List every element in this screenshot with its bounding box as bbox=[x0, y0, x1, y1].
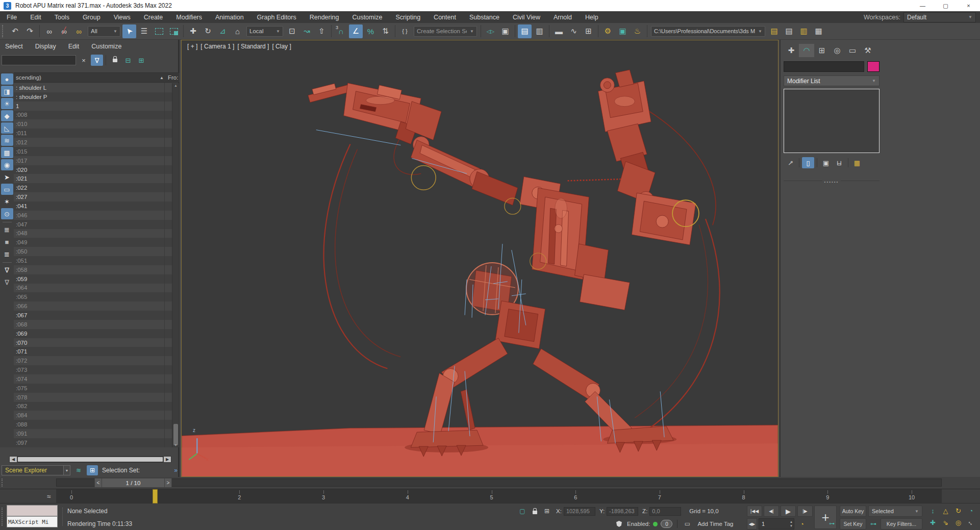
explorer-row[interactable]: : shoulder L bbox=[14, 83, 172, 92]
toggle-scene-explorer-icon[interactable]: ▤ bbox=[518, 24, 532, 38]
view-list-icon[interactable]: ≣ bbox=[1, 224, 13, 235]
explorer-row[interactable]: :097 bbox=[14, 438, 172, 447]
explorer-row[interactable]: :046 bbox=[14, 211, 172, 220]
unlink-selection-icon[interactable]: ∞╱ bbox=[57, 24, 71, 38]
dolly-camera-icon[interactable]: ↕ bbox=[926, 505, 939, 517]
explorer-row[interactable]: :084 bbox=[14, 411, 172, 420]
lock-explorer-icon[interactable] bbox=[109, 55, 121, 66]
percent-snap-icon[interactable]: % bbox=[364, 24, 378, 38]
maxscript-mini-listener[interactable]: MAXScript Mi bbox=[7, 505, 58, 527]
toggle-layer-explorer-icon[interactable]: ▥ bbox=[533, 24, 546, 38]
filter-space-warps-icon[interactable]: ≋ bbox=[1, 135, 13, 146]
explorer-row[interactable]: :075 bbox=[14, 384, 172, 393]
next-frame-button[interactable]: |▶ bbox=[797, 506, 813, 517]
truck-camera-icon[interactable]: ✚ bbox=[926, 517, 939, 528]
use-pivot-point-icon[interactable]: ⊡ bbox=[285, 24, 299, 38]
configure-modifier-sets-icon[interactable]: ▦ bbox=[851, 157, 863, 168]
key-mode-toggle[interactable]: ◀▶ bbox=[747, 518, 757, 529]
create-tab[interactable]: ✚ bbox=[784, 44, 799, 57]
menu-content[interactable]: Content bbox=[427, 11, 463, 23]
explorer-row[interactable]: :088 bbox=[14, 420, 172, 429]
explorer-row[interactable]: :072 bbox=[14, 356, 172, 365]
explorer-row[interactable]: :064 bbox=[14, 284, 172, 293]
maximize-viewport-icon[interactable]: ↔ bbox=[965, 517, 977, 528]
orbit-camera-icon[interactable]: ◎ bbox=[952, 517, 965, 528]
view-compact-icon[interactable]: ■ bbox=[1, 236, 13, 247]
go-to-start-button[interactable]: |◀◀ bbox=[747, 506, 762, 517]
z-coordinate-field[interactable]: 0,0 bbox=[649, 507, 681, 516]
viewport-camera-label[interactable]: [ Camera 1 ] bbox=[200, 43, 234, 50]
menu-tools[interactable]: Tools bbox=[48, 11, 76, 23]
make-unique-icon[interactable]: ▣ bbox=[820, 157, 832, 168]
menu-graph-editors[interactable]: Graph Editors bbox=[250, 11, 303, 23]
explorer-row[interactable]: :073 bbox=[14, 365, 172, 374]
explorer-row[interactable]: :008 bbox=[14, 111, 172, 120]
explorer-menu-display[interactable]: Display bbox=[35, 43, 56, 50]
layer-explorer-icon[interactable]: ≋ bbox=[73, 465, 84, 475]
spinner-arrows-icon[interactable]: ▲▼ bbox=[790, 520, 793, 528]
time-slider-track[interactable] bbox=[56, 478, 942, 487]
notification-counter[interactable]: 0 bbox=[661, 520, 672, 528]
remove-modifier-icon[interactable]: ⊔– bbox=[833, 157, 845, 168]
explorer-row[interactable]: :049 bbox=[14, 238, 172, 247]
scroll-up-icon[interactable]: ▲ bbox=[172, 84, 179, 87]
select-and-move-icon[interactable]: ✚ bbox=[186, 24, 200, 38]
filter-hidden-icon[interactable]: ⊙ bbox=[1, 208, 13, 219]
motion-tab[interactable]: ◎ bbox=[830, 44, 845, 57]
menu-substance[interactable]: Substance bbox=[463, 11, 506, 23]
select-and-manipulate-icon[interactable]: ↝ bbox=[300, 24, 314, 38]
explorer-row[interactable]: :048 bbox=[14, 229, 172, 238]
keyboard-override-icon[interactable]: ⇧ bbox=[315, 24, 329, 38]
asset-library-icon[interactable]: ▤ bbox=[767, 24, 781, 38]
reference-coordinate-dropdown[interactable]: Local▼ bbox=[246, 26, 283, 37]
mirror-icon[interactable]: ◁▷ bbox=[484, 24, 497, 38]
explorer-row[interactable]: :022 bbox=[14, 183, 172, 192]
explorer-row[interactable]: :066 bbox=[14, 301, 172, 311]
explorer-row[interactable]: :051 bbox=[14, 256, 172, 265]
explorer-menu-select[interactable]: Select bbox=[5, 43, 23, 50]
vertical-scrollbar[interactable]: ▲ ▼ bbox=[172, 83, 179, 447]
undo-icon[interactable]: ↶ bbox=[8, 24, 22, 38]
view-detail-icon[interactable]: ≣ bbox=[1, 248, 13, 260]
explorer-row[interactable]: :078 bbox=[14, 393, 172, 402]
menu-scripting[interactable]: Scripting bbox=[389, 11, 427, 23]
explorer-row[interactable]: :074 bbox=[14, 374, 172, 384]
modifier-stack[interactable] bbox=[784, 89, 880, 153]
filter-cameras-icon[interactable]: ◆ bbox=[1, 110, 13, 121]
menu-modifiers[interactable]: Modifiers bbox=[169, 11, 209, 23]
filter-selection-icon[interactable]: ∇ bbox=[91, 55, 103, 66]
absolute-mode-icon[interactable]: ⊞ bbox=[542, 507, 552, 516]
select-object-icon[interactable]: ➤ bbox=[122, 24, 136, 38]
scrollbar-thumb[interactable] bbox=[173, 424, 178, 445]
menu-edit[interactable]: Edit bbox=[23, 11, 48, 23]
security-shield-icon[interactable] bbox=[616, 521, 622, 527]
asset-tracking-icon[interactable]: ▦ bbox=[812, 24, 825, 38]
explorer-row[interactable]: :070 bbox=[14, 338, 172, 347]
y-coordinate-field[interactable]: -1898,263 bbox=[607, 507, 638, 516]
time-configuration-icon[interactable]: ◔ bbox=[796, 518, 808, 529]
workspaces-dropdown[interactable]: Default ▼ bbox=[903, 12, 976, 22]
explorer-row[interactable]: :082 bbox=[14, 402, 172, 411]
select-by-name-icon[interactable]: ☰ bbox=[137, 24, 151, 38]
pin-stack-icon[interactable]: ⊸ bbox=[784, 157, 796, 168]
filter-xrefs-icon[interactable]: ◉ bbox=[1, 159, 13, 170]
explorer-row[interactable]: :010 bbox=[14, 119, 172, 129]
schematic-view-icon[interactable]: ⊞ bbox=[582, 24, 595, 38]
clear-search-icon[interactable]: × bbox=[78, 55, 90, 66]
render-production-icon[interactable]: ♨ bbox=[631, 24, 644, 38]
mini-curve-editor-icon[interactable]: ≈ bbox=[44, 491, 54, 501]
create-selection-set-dropdown[interactable]: Create Selection Se▼ bbox=[414, 26, 477, 37]
filter-containers-icon[interactable]: ▭ bbox=[1, 184, 13, 195]
modify-tab[interactable]: ◠ bbox=[799, 44, 814, 57]
viewport-menu-plus[interactable]: [ + ] bbox=[187, 43, 197, 50]
explorer-row[interactable]: :047 bbox=[14, 220, 172, 229]
viewport-shading-label[interactable]: [ Clay ] bbox=[272, 43, 291, 50]
explorer-menu-edit[interactable]: Edit bbox=[68, 43, 80, 50]
explorer-row[interactable]: :069 bbox=[14, 329, 172, 338]
next-frame-arrow[interactable]: > bbox=[164, 478, 172, 488]
selection-filter-dropdown[interactable]: All▼ bbox=[88, 26, 120, 37]
robot-model[interactable] bbox=[308, 70, 696, 457]
collapse-all-icon[interactable]: ⊟ bbox=[122, 55, 134, 66]
menu-rendering[interactable]: Rendering bbox=[303, 11, 346, 23]
asset-open-icon[interactable]: ▤ bbox=[782, 24, 796, 38]
